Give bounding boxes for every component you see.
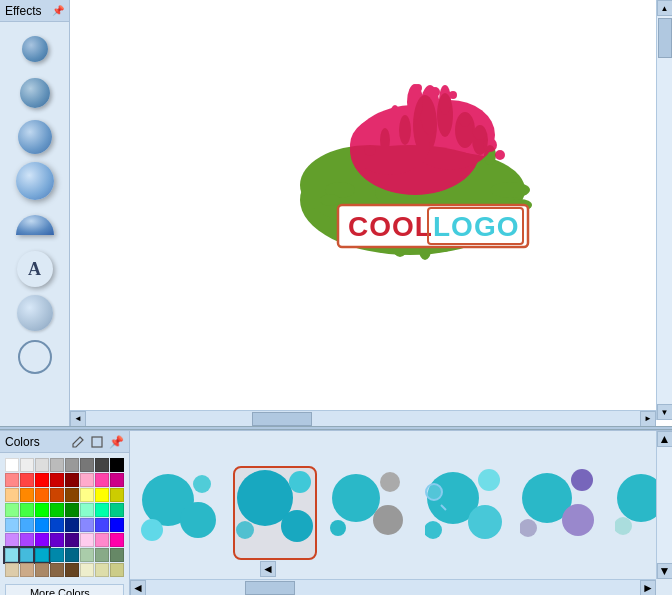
color-swatch[interactable] xyxy=(35,548,49,562)
swatches-vertical-scrollbar[interactable]: ▲ ▼ xyxy=(656,431,672,579)
color-swatch[interactable] xyxy=(5,563,19,577)
hscroll-track[interactable] xyxy=(86,411,640,426)
colors-view-icon[interactable] xyxy=(89,434,105,450)
colors-pin-icon[interactable]: 📌 xyxy=(108,434,124,450)
color-swatch[interactable] xyxy=(80,503,94,517)
color-swatch[interactable] xyxy=(35,533,49,547)
color-swatch[interactable] xyxy=(95,488,109,502)
color-swatch[interactable] xyxy=(20,503,34,517)
color-swatch[interactable] xyxy=(80,473,94,487)
color-swatch[interactable] xyxy=(80,488,94,502)
swatches-scroll-left[interactable]: ◄ xyxy=(260,561,276,577)
canvas-horizontal-scrollbar[interactable]: ◄ ► xyxy=(70,410,656,426)
pin-icon[interactable]: 📌 xyxy=(52,5,64,17)
color-swatch[interactable] xyxy=(50,548,64,562)
color-swatch[interactable] xyxy=(20,473,34,487)
color-swatch[interactable] xyxy=(20,533,34,547)
color-swatch[interactable] xyxy=(95,518,109,532)
color-swatch[interactable] xyxy=(50,518,64,532)
color-swatch[interactable] xyxy=(95,458,109,472)
color-swatch[interactable] xyxy=(80,548,94,562)
color-swatch[interactable] xyxy=(35,488,49,502)
swatches-right-button[interactable]: ► xyxy=(640,580,656,596)
color-swatch[interactable] xyxy=(65,563,79,577)
colors-edit-icon[interactable] xyxy=(70,434,86,450)
color-swatch[interactable] xyxy=(110,563,124,577)
color-swatch[interactable] xyxy=(110,548,124,562)
color-swatch[interactable] xyxy=(110,533,124,547)
swatches-up-button[interactable]: ▲ xyxy=(657,431,673,447)
scroll-up-button[interactable]: ▲ xyxy=(657,0,673,16)
color-swatch[interactable] xyxy=(65,458,79,472)
scroll-down-button[interactable]: ▼ xyxy=(657,404,673,420)
color-swatch[interactable] xyxy=(110,518,124,532)
more-colors-button[interactable]: More Colors... xyxy=(5,584,124,595)
color-swatch[interactable] xyxy=(20,548,34,562)
color-swatch[interactable] xyxy=(110,458,124,472)
color-swatch[interactable] xyxy=(35,458,49,472)
color-swatch[interactable] xyxy=(65,548,79,562)
tool-sphere-small[interactable] xyxy=(16,30,54,68)
bubble-group[interactable] xyxy=(425,468,505,558)
color-swatch[interactable] xyxy=(80,458,94,472)
color-swatch[interactable] xyxy=(50,488,64,502)
color-swatch[interactable] xyxy=(110,503,124,517)
tool-sphere-flat[interactable] xyxy=(16,294,54,332)
color-swatch[interactable] xyxy=(50,533,64,547)
color-swatch[interactable] xyxy=(20,458,34,472)
swatches-thumb[interactable] xyxy=(245,581,295,595)
color-swatch[interactable] xyxy=(35,563,49,577)
color-swatch[interactable] xyxy=(5,473,19,487)
color-swatch[interactable] xyxy=(65,488,79,502)
color-swatch[interactable] xyxy=(35,503,49,517)
bubble-group[interactable] xyxy=(235,468,315,558)
color-swatch[interactable] xyxy=(80,563,94,577)
tool-sphere-outline[interactable] xyxy=(16,338,54,376)
tool-text-sphere[interactable]: A xyxy=(16,250,54,288)
bubble-group[interactable] xyxy=(140,468,220,558)
color-swatch[interactable] xyxy=(95,563,109,577)
swatches-left-button[interactable]: ◄ xyxy=(130,580,146,596)
color-swatch[interactable] xyxy=(65,518,79,532)
color-swatch[interactable] xyxy=(5,533,19,547)
swatches-horizontal-scrollbar[interactable]: ◄ ► xyxy=(130,579,656,595)
color-swatch[interactable] xyxy=(5,458,19,472)
color-swatch[interactable] xyxy=(5,503,19,517)
hscroll-thumb[interactable] xyxy=(252,412,312,426)
tool-sphere-medium[interactable] xyxy=(16,74,54,112)
color-swatch[interactable] xyxy=(110,473,124,487)
main-canvas[interactable]: COOL LOGO ▲ ▼ xyxy=(70,0,672,430)
scroll-left-button[interactable]: ◄ xyxy=(70,411,86,427)
tool-sphere-xlarge[interactable] xyxy=(16,162,54,200)
swatches-down-button[interactable]: ▼ xyxy=(657,563,673,579)
color-swatch[interactable] xyxy=(65,503,79,517)
tool-sphere-half[interactable] xyxy=(16,206,54,244)
scroll-thumb[interactable] xyxy=(658,18,672,58)
color-swatch[interactable] xyxy=(95,548,109,562)
color-swatch[interactable] xyxy=(80,518,94,532)
color-swatch[interactable] xyxy=(95,473,109,487)
color-swatch[interactable] xyxy=(20,518,34,532)
color-swatch[interactable] xyxy=(5,518,19,532)
color-swatch[interactable] xyxy=(50,458,64,472)
color-swatch[interactable] xyxy=(65,533,79,547)
color-swatch[interactable] xyxy=(95,503,109,517)
bubble-group[interactable] xyxy=(330,468,410,558)
color-swatch[interactable] xyxy=(50,473,64,487)
scroll-right-button[interactable]: ► xyxy=(640,411,656,427)
color-swatch[interactable] xyxy=(35,473,49,487)
color-swatch[interactable] xyxy=(50,563,64,577)
color-swatch[interactable] xyxy=(80,533,94,547)
color-swatch[interactable] xyxy=(50,503,64,517)
color-swatch[interactable] xyxy=(20,488,34,502)
color-swatch[interactable] xyxy=(5,488,19,502)
color-swatch[interactable] xyxy=(95,533,109,547)
color-swatch[interactable] xyxy=(65,473,79,487)
color-swatch[interactable] xyxy=(110,488,124,502)
color-swatch[interactable] xyxy=(35,518,49,532)
color-swatch[interactable] xyxy=(5,548,19,562)
swatches-track[interactable] xyxy=(146,580,640,595)
bubble-group[interactable] xyxy=(520,468,600,558)
tool-sphere-large[interactable] xyxy=(16,118,54,156)
canvas-vertical-scrollbar[interactable]: ▲ ▼ xyxy=(656,0,672,420)
